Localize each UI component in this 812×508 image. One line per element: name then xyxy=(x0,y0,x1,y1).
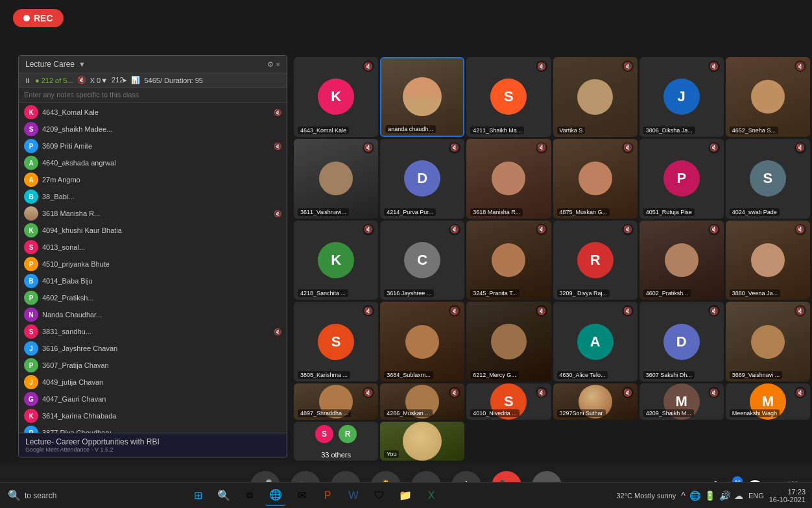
list-item[interactable]: P 4602_Pratiksh... xyxy=(19,289,287,306)
participant-name: 3616_Jayshree Chavan xyxy=(42,345,281,352)
video-tile[interactable]: 3669_Vaishnavi ... 🔇 xyxy=(726,302,810,381)
taskbar-multitask-button[interactable]: ⧉ xyxy=(239,485,260,506)
mute-icon: 🔇 xyxy=(363,387,374,398)
video-tile-active[interactable]: ananda chaudh... xyxy=(380,57,464,137)
video-tile[interactable]: A 4630_Alice Telo... 🔇 xyxy=(553,302,638,381)
chevron-icon[interactable]: ^ xyxy=(681,490,686,501)
avatar: P xyxy=(24,257,38,271)
video-tile[interactable]: D 4214_Purva Pur... 🔇 xyxy=(380,139,464,219)
taskbar-security-app[interactable]: 🛡 xyxy=(369,485,390,506)
video-tile[interactable]: 4286_Muskan ... 🔇 xyxy=(380,383,464,420)
video-tile[interactable]: 4602_Pratiksh... 🔇 xyxy=(639,221,724,300)
tile-name: 3297Soni Suthar xyxy=(557,409,606,417)
video-tile[interactable]: 3618 Manisha R... 🔇 xyxy=(466,139,551,219)
video-tile[interactable]: 6212_Mercy G... 🔇 xyxy=(466,302,551,381)
video-tile[interactable]: D 3607 Sakshi Dh... 🔇 xyxy=(639,302,724,381)
sidebar-ctrl-icon2[interactable]: × xyxy=(276,60,280,69)
taskbar-edge-app[interactable]: 🌐 xyxy=(265,485,286,506)
taskbar-mail-app[interactable]: ✉ xyxy=(291,485,312,506)
taskbar-date-value: 16-10-2021 xyxy=(769,496,806,503)
list-item[interactable]: B 4014_Baba Biju xyxy=(19,272,287,289)
video-tile[interactable]: M Meenakshi Wagh 🔇 xyxy=(726,383,810,420)
video-tile[interactable]: K 4218_Sanchita ... 🔇 xyxy=(294,221,378,300)
list-item[interactable]: P 3609 Priti Amite 🔇 xyxy=(19,138,287,154)
video-tile[interactable]: S 4024_swati Pade 🔇 xyxy=(726,139,810,219)
tile-name: 3245_Pranita T... xyxy=(470,289,519,297)
video-tile[interactable]: S 3808_Karishma ... 🔇 xyxy=(294,302,378,381)
taskbar-excel-app[interactable]: X xyxy=(421,485,442,506)
list-item[interactable]: P 4510_priyanka Bhute xyxy=(19,256,287,272)
taskbar-system-icons: ^ 🌐 🔋 🔊 ☁ xyxy=(681,490,743,501)
tile-name: 4218_Sanchita ... xyxy=(298,289,348,297)
video-tile[interactable]: Vartika S 🔇 xyxy=(553,57,638,137)
sidebar-ctrl-icon1[interactable]: ⚙ xyxy=(267,60,274,69)
list-item[interactable]: K 4094_khushi Kaur Bhatia xyxy=(19,222,287,239)
taskbar-start-button[interactable]: ⊞ xyxy=(187,485,208,506)
sidebar-dropdown-icon[interactable]: ▼ xyxy=(78,60,86,68)
mute-icon: 🔇 xyxy=(708,387,720,398)
mute-icon: 🔇 xyxy=(449,224,460,236)
avatar: C xyxy=(404,242,440,278)
video-tile[interactable]: M 4209_Shaikh M... 🔇 xyxy=(639,383,724,420)
avatar: P xyxy=(24,291,38,305)
video-tile[interactable]: C 3616 Jayshree ... 🔇 xyxy=(380,221,464,300)
list-item[interactable]: G 4047_Gauri Chavan xyxy=(19,391,287,407)
participant-name: 4209_shaikh Madee... xyxy=(42,125,281,133)
avatar: K xyxy=(24,409,38,423)
video-tile[interactable]: J 3806_Diksha Ja... 🔇 xyxy=(639,57,724,137)
video-tile[interactable]: 3297Soni Suthar 🔇 xyxy=(553,383,638,420)
video-tile[interactable]: K 4643_Komal Kale 🔇 xyxy=(294,57,378,137)
list-item[interactable]: P 3607_Pratija Chavan xyxy=(19,357,287,374)
word-icon: W xyxy=(349,490,359,502)
multitask-icon: ⧉ xyxy=(246,490,253,501)
avatar: B xyxy=(24,274,38,288)
avatar: A xyxy=(24,156,38,170)
tile-name: 6212_Mercy G... xyxy=(470,371,519,379)
video-tile[interactable]: S 4010_Nivedita ... 🔇 xyxy=(466,383,551,420)
list-item[interactable]: K 3614_karina Chhabada xyxy=(19,407,287,424)
avatar: J xyxy=(24,341,38,356)
list-item[interactable]: B 38_Babi... xyxy=(19,188,287,205)
taskbar-files-app[interactable]: 📁 xyxy=(395,485,416,506)
list-item[interactable]: A 27m Angmo xyxy=(19,171,287,188)
video-tile[interactable]: S 4211_Shaikh Ma... 🔇 xyxy=(466,57,551,137)
video-tile[interactable]: 4875_Muskan G... 🔇 xyxy=(553,139,638,219)
pt-icon2[interactable]: 🔇 xyxy=(77,76,86,84)
pt-icon3[interactable]: X 0▼ xyxy=(90,77,108,84)
list-item[interactable]: K 4643_Komal Kale 🔇 xyxy=(19,104,287,121)
list-item[interactable]: J 4049_jutija Chavan xyxy=(19,374,287,391)
rec-button[interactable]: REC xyxy=(13,9,64,27)
taskbar-language: ENG xyxy=(748,492,764,500)
pt-icon4[interactable]: 📊 xyxy=(131,76,140,84)
participant-name: 4094_khushi Kaur Bhatia xyxy=(42,226,281,234)
list-item[interactable]: N Nanda Chaudhar... xyxy=(19,306,287,323)
taskbar-search-app[interactable]: 🔍 xyxy=(213,485,234,506)
avatar xyxy=(24,206,38,221)
video-tile[interactable]: R 3209_ Divya Raj... 🔇 xyxy=(553,221,638,300)
video-tile[interactable]: 4897_Shraddha ... 🔇 xyxy=(294,383,378,420)
list-item[interactable]: A 4640_akshada angrwal xyxy=(19,154,287,171)
video-tile[interactable]: 3611_Vaishnavi... 🔇 xyxy=(294,139,378,219)
notes-input[interactable] xyxy=(19,88,287,103)
video-tile[interactable]: 3684_Sublaxm... 🔇 xyxy=(380,302,464,381)
video-tile[interactable]: 3245_Pranita T... 🔇 xyxy=(466,221,551,300)
video-tile[interactable]: 3880_Veena Ja... 🔇 xyxy=(726,221,810,300)
pt-icon1[interactable]: ⏸ xyxy=(24,77,31,84)
video-tile-others[interactable]: S R 33 others xyxy=(294,422,378,461)
participant-list: K 4643_Komal Kale 🔇 S 4209_shaikh Madee.… xyxy=(19,103,287,439)
taskbar-search[interactable]: 🔍 to search xyxy=(0,483,64,508)
list-item[interactable]: 3618 Manisha R... 🔇 xyxy=(19,205,287,222)
speaker-icon[interactable]: 🔊 xyxy=(719,490,730,501)
network-icon[interactable]: 🌐 xyxy=(689,490,700,501)
video-tile-you[interactable]: You xyxy=(380,422,464,461)
list-item[interactable]: S 4209_shaikh Madee... xyxy=(19,121,287,138)
list-item[interactable]: S 4013_sonal... xyxy=(19,239,287,256)
video-tile[interactable]: 4652_Sneha S... 🔇 xyxy=(726,57,810,137)
list-item[interactable]: S 3831_sandhu... 🔇 xyxy=(19,323,287,340)
taskbar-powerpoint-app[interactable]: P xyxy=(317,485,338,506)
tile-name: 3684_Sublaxm... xyxy=(384,371,433,379)
taskbar-time-value: 17:23 xyxy=(769,488,806,496)
list-item[interactable]: J 3616_Jayshree Chavan xyxy=(19,340,287,357)
video-tile[interactable]: P 4051_Rutuja Pise 🔇 xyxy=(639,139,724,219)
taskbar-word-app[interactable]: W xyxy=(343,485,364,506)
